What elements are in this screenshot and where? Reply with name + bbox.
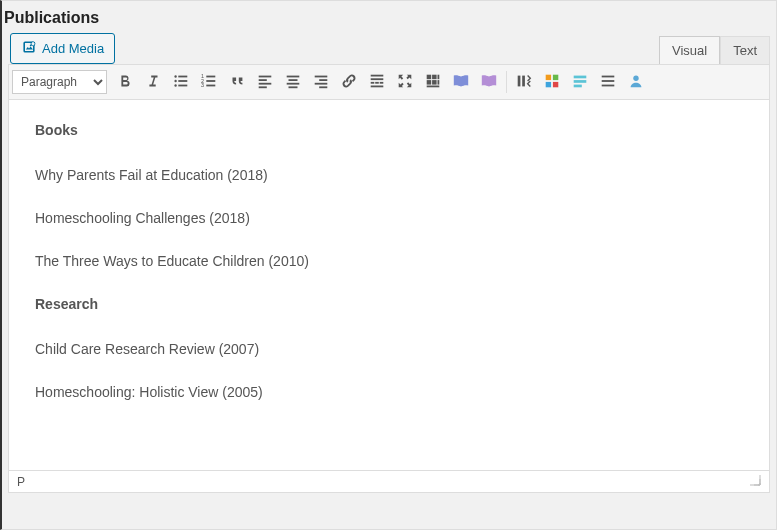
svg-point-3 xyxy=(174,79,176,81)
blockquote-button[interactable] xyxy=(224,69,250,95)
svg-point-5 xyxy=(174,84,176,86)
svg-rect-31 xyxy=(427,74,432,79)
fullscreen-icon xyxy=(396,72,414,93)
content-line[interactable]: Homeschooling Challenges (2018) xyxy=(35,208,743,229)
hamburger-icon xyxy=(599,72,617,93)
italic-button[interactable] xyxy=(140,69,166,95)
insert-column-button[interactable] xyxy=(511,69,537,95)
align-right-button[interactable] xyxy=(308,69,334,95)
svg-rect-44 xyxy=(574,75,587,78)
user-icon xyxy=(627,72,645,93)
svg-rect-39 xyxy=(522,75,525,86)
insert-column-icon xyxy=(515,72,533,93)
svg-rect-48 xyxy=(602,80,615,82)
hamburger-button[interactable] xyxy=(595,69,621,95)
svg-rect-46 xyxy=(574,84,582,87)
book-open-solid-icon xyxy=(480,72,498,93)
media-icon xyxy=(21,39,37,58)
color-blocks-icon xyxy=(543,72,561,93)
link-icon xyxy=(340,72,358,93)
svg-rect-47 xyxy=(602,75,615,77)
svg-rect-29 xyxy=(380,81,384,83)
bold-icon xyxy=(116,72,134,93)
format-select[interactable]: Paragraph xyxy=(12,70,107,94)
svg-rect-27 xyxy=(371,81,375,83)
link-button[interactable] xyxy=(336,69,362,95)
svg-rect-16 xyxy=(259,86,267,88)
svg-rect-14 xyxy=(259,79,267,81)
bullet-list-icon xyxy=(172,72,190,93)
svg-rect-36 xyxy=(438,80,440,85)
editor-statusbar: P xyxy=(9,470,769,492)
svg-rect-30 xyxy=(371,85,384,87)
svg-rect-20 xyxy=(289,86,298,88)
editor-toolbar: Paragraph 123 xyxy=(9,65,769,100)
svg-rect-38 xyxy=(518,75,521,86)
svg-rect-42 xyxy=(546,81,551,86)
svg-rect-18 xyxy=(289,79,298,81)
bold-button[interactable] xyxy=(112,69,138,95)
svg-rect-17 xyxy=(287,75,300,77)
svg-rect-26 xyxy=(371,78,384,80)
element-path: P xyxy=(17,475,25,489)
highlight-button[interactable] xyxy=(567,69,593,95)
svg-rect-37 xyxy=(427,85,440,87)
tab-text[interactable]: Text xyxy=(720,36,770,64)
align-left-button[interactable] xyxy=(252,69,278,95)
align-center-icon xyxy=(284,72,302,93)
editor-tabs: Visual Text xyxy=(659,36,770,64)
book1-button[interactable] xyxy=(448,69,474,95)
add-media-label: Add Media xyxy=(42,41,104,56)
svg-rect-28 xyxy=(375,81,379,83)
content-heading[interactable]: Research xyxy=(35,294,743,315)
svg-text:3: 3 xyxy=(201,82,204,88)
align-right-icon xyxy=(312,72,330,93)
svg-rect-21 xyxy=(315,75,328,77)
svg-rect-45 xyxy=(574,80,587,83)
add-media-button[interactable]: Add Media xyxy=(10,33,115,64)
editor-content[interactable]: BooksWhy Parents Fail at Education (2018… xyxy=(9,100,769,470)
svg-rect-49 xyxy=(602,84,615,86)
svg-rect-10 xyxy=(206,80,215,82)
toolbar-toggle-button[interactable] xyxy=(420,69,446,95)
user-button[interactable] xyxy=(623,69,649,95)
align-center-button[interactable] xyxy=(280,69,306,95)
svg-rect-40 xyxy=(546,74,551,79)
svg-rect-24 xyxy=(319,86,327,88)
content-line[interactable]: The Three Ways to Educate Children (2010… xyxy=(35,251,743,272)
svg-rect-43 xyxy=(553,81,558,86)
svg-rect-15 xyxy=(259,82,272,84)
svg-rect-4 xyxy=(178,80,187,82)
content-line[interactable]: Why Parents Fail at Education (2018) xyxy=(35,165,743,186)
numbered-list-icon: 123 xyxy=(200,72,218,93)
svg-rect-33 xyxy=(438,74,440,79)
editor-header: Publications xyxy=(2,1,776,33)
highlight-icon xyxy=(571,72,589,93)
tab-visual[interactable]: Visual xyxy=(659,36,720,64)
content-line[interactable]: Homeschooling: Holistic View (2005) xyxy=(35,382,743,403)
svg-rect-12 xyxy=(206,84,215,86)
book2-button[interactable] xyxy=(476,69,502,95)
blockquote-icon xyxy=(228,72,246,93)
content-line[interactable]: Child Care Research Review (2007) xyxy=(35,339,743,360)
svg-rect-32 xyxy=(432,74,437,79)
bullet-list-button[interactable] xyxy=(168,69,194,95)
read-more-button[interactable] xyxy=(364,69,390,95)
align-left-icon xyxy=(256,72,274,93)
svg-rect-6 xyxy=(178,84,187,86)
numbered-list-button[interactable]: 123 xyxy=(196,69,222,95)
book-open-icon xyxy=(452,72,470,93)
svg-point-50 xyxy=(633,75,638,80)
svg-rect-35 xyxy=(432,80,437,85)
svg-point-1 xyxy=(174,75,176,77)
svg-rect-13 xyxy=(259,75,272,77)
fullscreen-button[interactable] xyxy=(392,69,418,95)
toolbar-separator xyxy=(506,71,507,93)
svg-rect-23 xyxy=(315,82,328,84)
resize-grip[interactable] xyxy=(749,474,761,489)
content-heading[interactable]: Books xyxy=(35,120,743,141)
read-more-icon xyxy=(368,72,386,93)
svg-rect-8 xyxy=(206,75,215,77)
svg-rect-34 xyxy=(427,80,432,85)
color-blocks-button[interactable] xyxy=(539,69,565,95)
